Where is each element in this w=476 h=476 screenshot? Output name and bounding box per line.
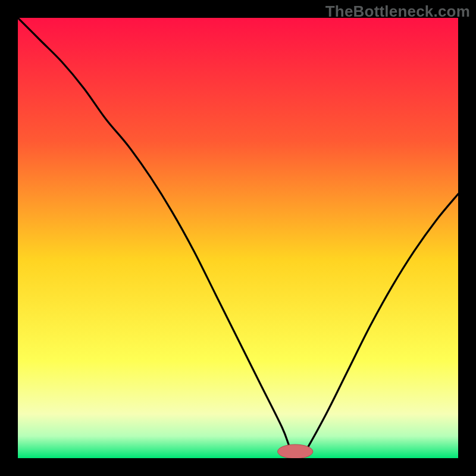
optimal-point-marker [278, 444, 313, 458]
chart-container: { "watermark": "TheBottleneck.com", "col… [0, 0, 476, 476]
plot-background [18, 18, 458, 458]
watermark-text: TheBottleneck.com [325, 2, 470, 21]
bottleneck-chart [18, 18, 458, 458]
